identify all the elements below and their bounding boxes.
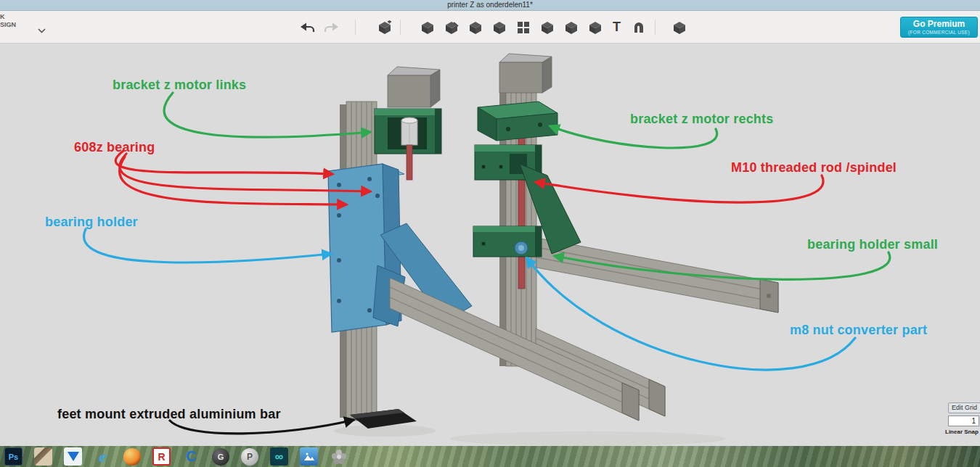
transform-icon [377, 20, 392, 35]
p-app-icon[interactable]: P [241, 448, 258, 466]
g-label: G [218, 452, 224, 461]
toolbar: K SIGN [0, 11, 980, 44]
infinity-label: ∞ [275, 450, 283, 463]
arrow-m10-rod [536, 175, 823, 202]
logo-line2: SIGN [0, 21, 16, 29]
annotation-bearing-holder-small: bearing holder small [807, 237, 938, 252]
pattern-icon [516, 20, 531, 35]
g-app-icon[interactable]: G [212, 448, 229, 466]
go-premium-sublabel: (FOR COMMERCIAL USE) [901, 30, 977, 35]
photo-viewer-icon[interactable] [300, 447, 318, 466]
sketch-tool-button[interactable] [441, 17, 461, 37]
annotation-bracket-z-motor-rechts: bracket z motor rechts [630, 112, 773, 127]
toolbar-divider [355, 20, 356, 35]
arrow-bracket-links [164, 93, 370, 137]
toolbar-divider [655, 20, 656, 35]
annotation-bracket-z-motor-links: bracket z motor links [113, 78, 246, 93]
arrow-bearing-holder [84, 229, 331, 263]
arrow-bracket-rechts [550, 126, 717, 148]
annotation-608z-bearing: 608z bearing [74, 140, 155, 155]
infinity-app-icon[interactable]: ∞ [270, 447, 288, 466]
bearing-holder-small-part[interactable] [473, 226, 542, 257]
annotation-m8-nut-converter: m8 nut converter part [790, 323, 927, 338]
grouping-tool-button[interactable] [537, 17, 557, 37]
material-tool-button[interactable] [669, 17, 689, 37]
document-title: printer Z as onderdelen11* [447, 1, 533, 9]
app-logo[interactable]: K SIGN [0, 13, 16, 29]
brush-icon[interactable] [34, 447, 52, 466]
transform-tool-button[interactable] [375, 17, 394, 37]
snap-tool-button[interactable] [629, 17, 648, 37]
internet-explorer-icon[interactable]: e [94, 447, 112, 466]
annotation-feet-mount: feet mount extruded aluminium bar [57, 407, 281, 422]
ie-label: e [99, 447, 107, 466]
bracket-z-motor-rechts-part[interactable] [478, 102, 558, 141]
pattern-tool-button[interactable] [513, 17, 533, 37]
magnet-icon [632, 20, 646, 35]
toolbar-divider [400, 20, 401, 35]
sketch-icon [444, 20, 459, 35]
go-premium-label: Go Premium [901, 19, 977, 30]
material-icon [672, 20, 687, 35]
blue-triangle-icon[interactable] [64, 447, 82, 466]
photoshop-icon[interactable]: Ps [4, 447, 23, 466]
ground-shadow [450, 431, 726, 446]
r-app-icon[interactable]: R [152, 447, 171, 466]
m8-nut-part[interactable] [515, 241, 528, 255]
arrow-608z-3 [120, 157, 346, 204]
measure-tool-button[interactable] [585, 17, 605, 37]
edit-grid-button[interactable]: Edit Grid [948, 402, 980, 413]
go-premium-button[interactable]: Go Premium (FOR COMMERCIAL USE) [900, 17, 978, 38]
photo-mountain-icon [302, 450, 317, 464]
app-window: printer Z as onderdelen11* K SIGN [0, 0, 980, 467]
redo-icon [323, 22, 339, 33]
flower-app-icon[interactable] [330, 447, 348, 466]
snap-value-input[interactable] [948, 416, 979, 426]
logo-line1: K [0, 13, 16, 21]
modify-icon [492, 20, 507, 35]
annotation-m10-threaded-rod: M10 threaded rod /spindel [731, 160, 897, 175]
ground-shadow [334, 425, 436, 437]
r-label: R [158, 451, 165, 463]
redo-button[interactable] [321, 17, 340, 37]
firefox-icon[interactable] [123, 448, 141, 466]
text-tool-icon: T [613, 20, 621, 35]
text-tool-button[interactable]: T [607, 17, 626, 37]
threaded-rod-left[interactable] [407, 145, 412, 180]
horizontal-bar-right[interactable] [536, 238, 778, 313]
primitives-icon [420, 20, 435, 35]
c-app-icon[interactable]: C [182, 447, 200, 466]
title-bar: printer Z as onderdelen11* [0, 0, 980, 11]
triangle-shape [68, 452, 79, 461]
chevron-down-icon[interactable] [38, 23, 46, 36]
combine-icon [564, 20, 579, 35]
measure-icon [588, 20, 603, 35]
annotation-arrows [84, 93, 890, 434]
undo-icon [300, 22, 316, 33]
viewport[interactable]: bracket z motor links 608z bearing beari… [0, 44, 980, 446]
construct-icon [468, 20, 483, 35]
snap-label: Linear Snap [945, 429, 979, 435]
right-stepper-motor[interactable] [499, 54, 552, 93]
photoshop-label: Ps [9, 452, 18, 461]
grouping-icon [540, 20, 555, 35]
p-label: P [247, 452, 253, 462]
left-stepper-motor[interactable] [388, 67, 440, 107]
construct-tool-button[interactable] [465, 17, 485, 37]
undo-button[interactable] [298, 17, 317, 37]
flower-icon [331, 449, 347, 465]
taskbar: Ps e R C G P ∞ [0, 446, 980, 467]
combine-tool-button[interactable] [561, 17, 581, 37]
modify-tool-button[interactable] [489, 17, 509, 37]
annotation-bearing-holder: bearing holder [45, 215, 138, 230]
primitives-tool-button[interactable] [417, 17, 437, 37]
motor-coupler[interactable] [401, 117, 417, 145]
c-label: C [186, 448, 196, 465]
